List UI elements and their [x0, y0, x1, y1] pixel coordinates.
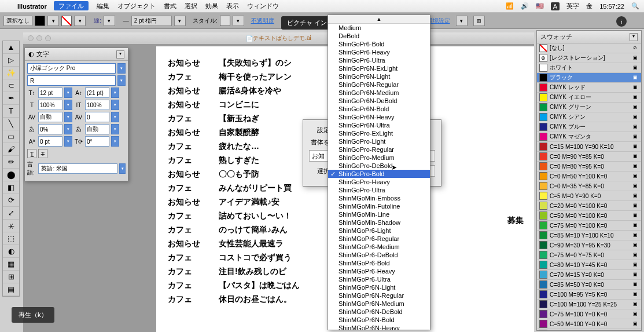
font-option[interactable]: ShinMGoMin-Shadow — [328, 218, 430, 227]
swatch-row[interactable]: C=80 M=10 Y=45 K=0▣ — [537, 260, 641, 270]
swatch-row[interactable]: C=85 M=10 Y=100 K=10▣ — [537, 231, 641, 240]
swatch-row[interactable]: C=15 M=100 Y=90 K=10▣ — [537, 142, 641, 152]
leading-input[interactable] — [86, 90, 109, 96]
hscale-dropdown[interactable]: ▾ — [111, 100, 119, 110]
swatch-row[interactable]: CMYK イエロー▣ — [537, 93, 641, 103]
window-controls[interactable] — [28, 35, 51, 41]
ime-mode[interactable]: 英字 — [566, 2, 579, 10]
fill-dropdown[interactable]: ▾ — [47, 16, 59, 26]
menu-表示[interactable]: 表示 — [226, 2, 239, 9]
menu-書式[interactable]: 書式 — [164, 2, 176, 9]
font-option[interactable]: ShinMGoPr6N-DeBold — [328, 308, 430, 316]
swatch-row[interactable]: ⊕[レジストレーション]▣ — [537, 53, 641, 63]
swatch-row[interactable]: C=35 M=100 Y=35 K=10▣ — [537, 329, 641, 331]
style-dropdown[interactable]: ▾ — [233, 16, 244, 26]
swatch-row[interactable]: C=100 M=100 Y=25 K=25▣ — [537, 300, 641, 309]
swatch-row[interactable]: C=0 M=35 Y=85 K=0▣ — [537, 181, 641, 191]
baseline-dropdown[interactable]: ▾ — [64, 124, 72, 134]
font-option[interactable]: ShinGoPr6N-Heavy — [328, 113, 430, 121]
swatch-row[interactable]: C=85 M=50 Y=0 K=0▣ — [537, 280, 641, 290]
menu-ファイル[interactable]: ファイル — [54, 1, 89, 10]
menu-効果[interactable]: 効果 — [205, 2, 218, 9]
perspective-tool[interactable]: ▦ — [3, 258, 19, 271]
rotate-dropdown[interactable]: ▾ — [111, 136, 119, 147]
font-option[interactable]: ShinGoPr6-Ultra — [328, 56, 430, 64]
align-button[interactable]: ⊞ — [473, 16, 485, 26]
font-family-dropdown[interactable]: ▾ — [117, 63, 126, 74]
font-option[interactable]: ShinGoPr6N-Ultra — [328, 121, 430, 129]
font-style-dropdown[interactable]: ▾ — [117, 75, 126, 86]
font-option[interactable]: ShinMGoPr6-DeBold — [328, 251, 430, 259]
eraser-tool[interactable]: ◧ — [3, 181, 19, 194]
font-option[interactable]: ShinGoPro-Light — [328, 137, 430, 145]
wifi-icon[interactable]: 📶 — [506, 2, 514, 10]
swatches-menu[interactable]: ▾ — [630, 33, 638, 41]
font-option[interactable]: ShinGoPro-Bold — [328, 170, 430, 178]
magic-wand-tool[interactable]: ✨ — [3, 67, 19, 79]
scroll-up-arrow[interactable]: ▲ — [328, 15, 430, 24]
swatch-row[interactable]: C=75 M=0 Y=100 K=0▣ — [537, 221, 641, 231]
direct-selection-tool[interactable]: ▷ — [3, 54, 19, 67]
swatch-row[interactable]: C=0 M=50 Y=100 K=0▣ — [537, 172, 641, 181]
swatch-row[interactable]: C=50 M=0 Y=100 K=0▣ — [537, 211, 641, 221]
swatch-row[interactable]: C=75 M=100 Y=0 K=0▣ — [537, 309, 641, 319]
panel-header[interactable]: ◐ 文字 ▾ — [25, 48, 128, 61]
font-option[interactable]: ShinMGoPr6-Bold — [328, 259, 430, 267]
swatch-row[interactable]: C=75 M=0 Y=75 K=0▣ — [537, 250, 641, 260]
swatch-row[interactable]: ホワイト▣ — [537, 63, 641, 73]
pen-tool[interactable]: ✒ — [3, 92, 19, 105]
stroke-weight-dropdown[interactable]: ▾ — [104, 16, 115, 26]
font-option[interactable]: ShinMGoPr6-Ultra — [328, 275, 430, 283]
stroke-dropdown[interactable]: ▾ — [74, 16, 86, 26]
font-option[interactable]: ShinGoPr6N-DeBold — [328, 97, 430, 105]
kerning-dropdown[interactable]: ▾ — [64, 112, 72, 122]
font-option[interactable]: ShinMGoMin-Futoline — [328, 202, 430, 210]
swatch-row[interactable]: C=5 M=0 Y=90 K=0▣ — [537, 191, 641, 201]
font-option[interactable]: ShinGoPro-DeBold — [328, 162, 430, 170]
swatch-row[interactable]: CMYK ブルー▣ — [537, 122, 641, 132]
font-option[interactable]: ShinMGoMin-Line — [328, 210, 430, 218]
gradient-tool[interactable]: ▤ — [3, 283, 19, 296]
swatch-row[interactable]: C=90 M=30 Y=95 K=30▣ — [537, 240, 641, 250]
font-option[interactable]: ShinGoPr6-Heavy — [328, 48, 430, 56]
selection-tool[interactable]: ▲ — [3, 41, 19, 54]
swatch-row[interactable]: ブラック▣ — [537, 73, 641, 83]
shape-builder-tool[interactable]: ◐ — [3, 245, 19, 258]
font-option[interactable]: ShinGoPro-ExLight — [328, 129, 430, 137]
vscale-dropdown[interactable]: ▾ — [64, 100, 72, 110]
font-style-input[interactable] — [27, 75, 116, 86]
font-size-input[interactable] — [39, 90, 62, 96]
font-dropdown-menu[interactable]: ▲ MediumDeBoldShinGoPr6-BoldShinGoPr6-He… — [327, 14, 430, 330]
font-option[interactable]: ShinMGoPr6-Regular — [328, 235, 430, 243]
underline-button[interactable]: T̲ — [27, 149, 36, 158]
font-option[interactable]: ShinMGoMin-Emboss — [328, 194, 430, 202]
swatch-row[interactable]: C=20 M=0 Y=100 K=0▣ — [537, 201, 641, 211]
font-option[interactable]: ShinGoPro-Regular — [328, 145, 430, 154]
volume-icon[interactable]: 🔊 — [521, 2, 529, 10]
stroke-swatch[interactable] — [61, 16, 72, 26]
lasso-tool[interactable]: ⊂ — [3, 79, 19, 92]
swatch-row[interactable]: CMYK マゼンタ▣ — [537, 132, 641, 142]
font-option[interactable]: ShinMGoPr6N-Regular — [328, 291, 430, 300]
scale-tool[interactable]: ⤢ — [3, 207, 19, 220]
font-option[interactable]: ShinGoPro-Heavy — [328, 178, 430, 186]
font-option[interactable]: ShinMGoPr6N-Medium — [328, 300, 430, 308]
fill-swatch[interactable] — [35, 16, 45, 26]
pencil-tool[interactable]: ✏ — [3, 156, 19, 169]
menu-ウィンドウ[interactable]: ウィンドウ — [247, 2, 279, 9]
play-button[interactable]: 再生（k） — [12, 307, 54, 323]
flag-icon[interactable]: 🇺🇸 — [536, 2, 544, 10]
font-option[interactable]: ShinMGoPr6-Heavy — [328, 267, 430, 275]
size-dropdown[interactable]: ▾ — [64, 87, 72, 98]
menu-オブジェクト[interactable]: オブジェクト — [117, 2, 156, 9]
prefs-dropdown[interactable]: ▾ — [456, 16, 468, 26]
info-icon[interactable]: i — [616, 16, 627, 27]
width-tool[interactable]: ⚹ — [3, 220, 19, 232]
leading-dropdown[interactable]: ▾ — [111, 87, 119, 98]
opacity-link[interactable]: 不透明度 — [251, 17, 274, 25]
type-tool[interactable]: T — [3, 105, 19, 118]
font-option[interactable]: ShinGoPr6N-Regular — [328, 81, 430, 89]
rotate-tool[interactable]: ⟳ — [3, 194, 19, 207]
swatch-row[interactable]: [なし]⊘ — [537, 43, 641, 53]
rotate-input[interactable] — [86, 138, 109, 145]
